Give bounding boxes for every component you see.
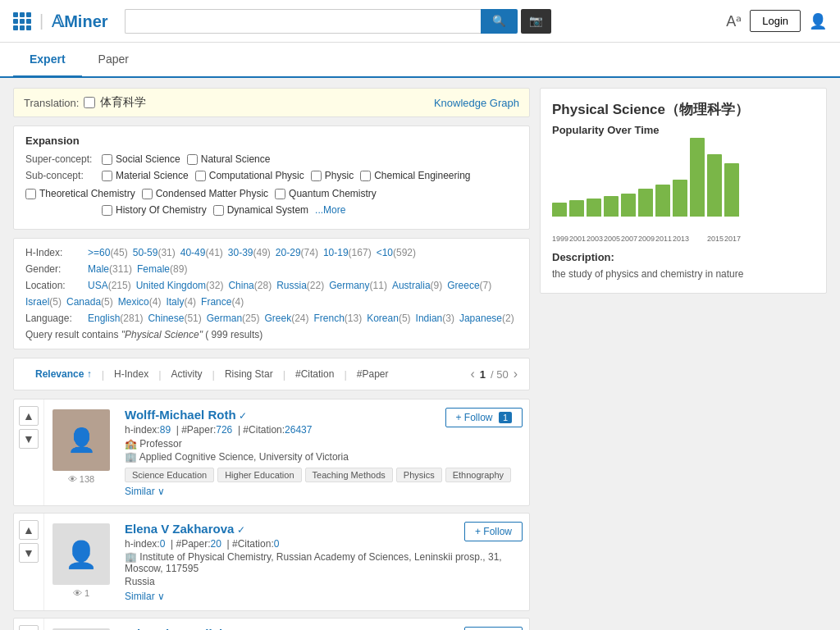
paper-val-1[interactable]: 726 [216,424,232,436]
super-item-social[interactable]: Social Science [102,153,180,165]
login-button[interactable]: Login [750,10,801,32]
super-checkbox-natural[interactable] [187,154,198,165]
loc-uk[interactable]: United Kingdom(32) [136,280,224,291]
hindex-val-1[interactable]: 89 [160,424,171,436]
sort-relevance[interactable]: Relevance ↑ [25,365,102,383]
loc-germany[interactable]: Germany(11) [329,280,387,291]
hindex-20-29[interactable]: 20-29(74) [276,247,318,258]
loc-russia[interactable]: Russia(22) [276,280,324,291]
lang-korean[interactable]: Korean(5) [367,313,410,324]
sort-citation[interactable]: #Citation [285,365,344,383]
follow-button-3[interactable]: + Follow [464,627,523,630]
more-link[interactable]: ...More [315,204,345,216]
vote-up-3[interactable]: ▲ [19,625,39,630]
loc-australia[interactable]: Australia(9) [392,280,442,291]
current-page: 1 [480,368,486,381]
loc-italy[interactable]: Italy(4) [166,296,196,308]
loc-greece[interactable]: Greece(7) [447,280,491,291]
tag-teaching-methods[interactable]: Teaching Methods [305,468,393,482]
tab-expert[interactable]: Expert [13,43,82,78]
follow-button-2[interactable]: + Follow [464,522,523,541]
chart-label-8: 2015 [707,235,722,243]
lang-english[interactable]: English(281) [88,313,143,324]
prev-page-button[interactable]: ‹ [470,367,474,381]
super-checkbox-social[interactable] [102,154,112,165]
follow-button-1[interactable]: + Follow 1 [445,408,523,427]
expert-name-1[interactable]: Wolff-Michael Roth [125,408,236,422]
sub-item-chemical[interactable]: Chemical Engineering [360,170,470,181]
loc-france[interactable]: France(4) [201,296,244,308]
hindex-10-19[interactable]: 10-19(167) [323,247,372,258]
tag-science-education[interactable]: Science Education [125,468,214,482]
sub-checkbox-history[interactable] [102,205,112,216]
camera-search-button[interactable]: 📷 [521,9,551,34]
similar-link-2[interactable]: Similar ∨ [125,591,165,602]
avatar-2[interactable]: 👤 [52,523,110,585]
tag-ethnography[interactable]: Ethnography [445,468,511,482]
sort-hindex[interactable]: H-Index [104,365,158,383]
vote-down-2[interactable]: ▼ [19,543,39,563]
citation-val-2[interactable]: 0 [274,538,280,550]
vote-up-2[interactable]: ▲ [19,520,39,540]
paper-val-2[interactable]: 20 [211,538,221,550]
sub-checkbox-theoretical[interactable] [25,189,36,199]
sort-rising-star[interactable]: Rising Star [215,365,283,383]
lang-japanese[interactable]: Japanese(2) [459,313,514,324]
sub-checkbox-material[interactable] [102,171,112,181]
sort-paper[interactable]: #Paper [347,365,399,383]
loc-israel[interactable]: Israel(5) [25,296,62,308]
sub-checkbox-condensed[interactable] [142,189,153,199]
avatar-1[interactable]: 👤 [52,409,110,471]
sub-checkbox-computational[interactable] [195,171,206,181]
vote-up-1[interactable]: ▲ [19,406,39,426]
sub-checkbox-physic[interactable] [311,171,322,181]
hindex-30-39[interactable]: 30-39(49) [228,247,271,258]
similar-link-1[interactable]: Similar ∨ [125,486,165,497]
lang-chinese[interactable]: Chinese(51) [148,313,201,324]
tag-higher-education[interactable]: Higher Education [217,468,301,482]
translate-icon[interactable]: Aᵃ [726,12,742,30]
vote-down-1[interactable]: ▼ [19,429,39,449]
gender-female[interactable]: Female(89) [137,263,187,275]
lang-german[interactable]: German(25) [207,313,260,324]
sub-checkbox-dynamical[interactable] [213,205,224,216]
sub-item-material[interactable]: Material Science [102,170,189,181]
super-item-natural[interactable]: Natural Science [187,153,271,165]
translation-checkbox[interactable] [84,97,95,108]
sub-item-theoretical[interactable]: Theoretical Chemistry [25,188,135,199]
loc-canada[interactable]: Canada(5) [66,296,113,308]
loc-china[interactable]: China(28) [228,280,272,291]
loc-mexico[interactable]: Mexico(4) [118,296,162,308]
hindex-ge60[interactable]: >=60(45) [88,247,128,258]
sub-item-physic[interactable]: Physic [311,170,354,181]
hindex-val-2[interactable]: 0 [160,538,166,550]
gender-male[interactable]: Male(311) [88,263,132,275]
search-input[interactable]: Physical Science [125,9,481,34]
hindex-40-49[interactable]: 40-49(41) [180,247,223,258]
citation-val-1[interactable]: 26437 [285,424,312,436]
hindex-lt10[interactable]: <10(592) [377,247,416,258]
sub-item-quantum[interactable]: Quantum Chemistry [275,188,377,199]
knowledge-graph-link[interactable]: Knowledge Graph [434,97,519,109]
sub-checkbox-chemical[interactable] [360,171,371,181]
sub-checkbox-quantum[interactable] [275,189,285,199]
result-item-1: ▲ ▼ 👤 👁 138 Wolff-Michael Roth ✓ + Follo… [13,399,530,506]
search-button[interactable]: 🔍 [481,9,518,34]
tab-paper[interactable]: Paper [82,43,145,78]
kp-popularity-title: Popularity Over Time [552,124,815,136]
expert-name-3[interactable]: Edward F. Redish [125,627,226,630]
expert-name-2[interactable]: Elena V Zakharova [125,522,234,536]
lang-greek[interactable]: Greek(24) [264,313,308,324]
tag-physics[interactable]: Physics [396,468,442,482]
sub-item-dynamical[interactable]: Dynamical System [213,204,308,216]
sort-activity[interactable]: Activity [162,365,212,383]
sub-item-condensed[interactable]: Condensed Matter Physic [142,188,268,199]
lang-indian[interactable]: Indian(3) [416,313,454,324]
user-icon[interactable]: 👤 [809,12,827,30]
loc-usa[interactable]: USA(215) [88,280,131,291]
sub-item-computational[interactable]: Computational Physic [195,170,304,181]
sub-item-history[interactable]: History Of Chemistry [102,204,207,216]
hindex-50-59[interactable]: 50-59(31) [133,247,176,258]
lang-french[interactable]: French(13) [313,313,362,324]
next-page-button[interactable]: › [514,367,518,381]
